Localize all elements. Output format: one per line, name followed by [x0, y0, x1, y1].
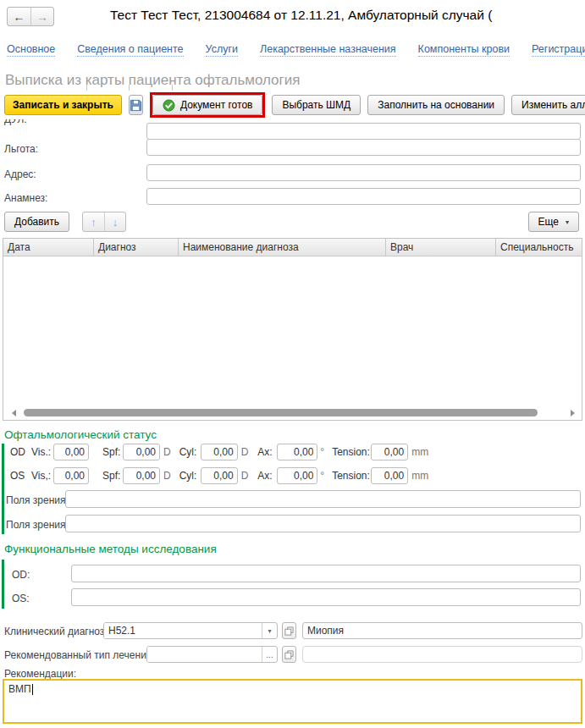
more-label: Еще	[538, 216, 559, 228]
column-diagnosis[interactable]: Диагноз	[94, 239, 179, 256]
od-eye-label: OD	[10, 446, 31, 458]
move-up-button[interactable]: ↑	[83, 212, 104, 231]
diopter-unit: D	[241, 446, 249, 458]
window-title: Тест Тест Тест, 213004684 от 12.11.21, А…	[110, 8, 585, 23]
horizontal-scrollbar[interactable]	[3, 406, 582, 420]
ax-label: Ax:	[257, 470, 277, 482]
address-field[interactable]	[146, 164, 581, 181]
os-tension-field[interactable]	[371, 467, 408, 484]
column-diagnosis-name[interactable]: Наименование диагноза	[179, 239, 386, 256]
document-ready-button[interactable]: Документ готов	[152, 95, 263, 115]
check-circle-icon	[163, 99, 175, 112]
open-form-icon	[284, 626, 294, 636]
open-diagnosis-button[interactable]	[282, 622, 296, 639]
clipped-field-edge	[129, 85, 130, 91]
chevron-down-icon: ▾	[566, 218, 569, 226]
treatment-name-field	[302, 646, 582, 663]
cyl-label: Cyl:	[179, 446, 201, 458]
vis-label: Vis,:	[31, 470, 53, 482]
move-down-button[interactable]: ↓	[104, 212, 125, 231]
ax-label: Ax:	[257, 446, 277, 458]
functional-os-label: OS:	[12, 593, 30, 604]
column-date[interactable]: Дата	[3, 239, 94, 256]
od-vis-field[interactable]	[53, 444, 89, 461]
dul-field[interactable]	[146, 123, 581, 140]
page-title: Выписка из карты пациента офтальмология	[5, 72, 300, 89]
od-cyl-field[interactable]	[201, 444, 238, 461]
column-doctor[interactable]: Врач	[386, 239, 496, 256]
od-ax-field[interactable]	[277, 444, 317, 461]
functional-os-field[interactable]	[71, 588, 581, 606]
recommendations-text: ВМП	[8, 683, 31, 695]
functional-od-field[interactable]	[71, 565, 581, 582]
nav-item-main[interactable]: Основное	[7, 43, 55, 57]
section-nav: Основное Сведения о пациенте Услуги Лека…	[7, 43, 585, 57]
diagnoses-toolbar: Добавить ↑ ↓ Еще ▾	[4, 212, 581, 232]
scroll-right-icon[interactable]	[571, 410, 575, 416]
diagnosis-name-field[interactable]	[302, 622, 582, 639]
recommendations-textarea[interactable]: ВМП	[3, 679, 582, 724]
address-label: Адрес:	[4, 168, 36, 180]
treatment-type-label: Рекомендованный тип лечения:	[4, 649, 155, 661]
functional-od-label: OD:	[12, 569, 30, 581]
dul-label: ДУЛ:	[4, 119, 27, 125]
benefit-field[interactable]	[146, 139, 581, 156]
move-buttons: ↑ ↓	[82, 212, 126, 232]
column-specialty[interactable]: Специальность	[496, 239, 582, 256]
os-eye-label: OS	[10, 470, 31, 482]
os-spf-field[interactable]	[123, 467, 160, 484]
tension-label: Tension:	[332, 470, 371, 482]
vision-field-os[interactable]	[65, 515, 581, 532]
nav-item-prescriptions[interactable]: Лекарственные назначения	[260, 43, 396, 57]
scrollbar-thumb[interactable]	[24, 409, 538, 416]
functional-methods-title: Функциональные методы исследования	[4, 543, 217, 555]
diopter-unit: D	[163, 470, 171, 482]
save-close-button[interactable]: Записать и закрыть	[4, 95, 122, 115]
forward-button[interactable]: →	[30, 8, 53, 25]
nav-item-services[interactable]: Услуги	[206, 43, 238, 57]
arrow-up-icon: ↑	[91, 216, 97, 229]
chevron-down-icon: ▾	[268, 627, 271, 635]
clinical-diagnosis-label: Клинический диагноз:	[4, 626, 108, 637]
diagnoses-table: Дата Диагноз Наименование диагноза Врач …	[3, 238, 582, 421]
back-button[interactable]: ←	[8, 8, 30, 25]
history-nav: ← →	[7, 7, 54, 26]
scroll-left-icon[interactable]	[12, 410, 16, 416]
fill-on-basis-button[interactable]: Заполнить на основании	[367, 95, 505, 115]
anamnesis-field[interactable]	[146, 188, 581, 205]
nav-item-registrations[interactable]: Регистрации	[532, 43, 585, 57]
table-body-empty[interactable]	[3, 256, 582, 407]
degree-unit: °	[320, 446, 324, 458]
add-button[interactable]: Добавить	[4, 212, 69, 232]
open-form-icon	[284, 650, 294, 659]
nav-item-blood-components[interactable]: Компоненты крови	[418, 43, 510, 57]
nav-item-patient-info[interactable]: Сведения о пациенте	[77, 43, 183, 57]
ellipsis-button[interactable]: ...	[262, 647, 277, 662]
toolbar: Записать и закрыть Документ готов Выбрат…	[4, 92, 585, 118]
os-ax-field[interactable]	[277, 467, 317, 484]
clipped-field-edge	[86, 85, 87, 91]
od-spf-field[interactable]	[123, 444, 160, 461]
os-vis-field[interactable]	[53, 467, 89, 484]
save-button[interactable]	[129, 95, 143, 115]
group-accent-bar	[2, 560, 4, 609]
clinical-diagnosis-input[interactable]	[104, 623, 262, 638]
change-allergo-button[interactable]: Изменить аллергоана	[511, 95, 585, 115]
os-cyl-field[interactable]	[201, 467, 238, 484]
dropdown-button[interactable]: ▾	[262, 623, 277, 638]
vision-field-od[interactable]	[65, 490, 581, 508]
od-tension-field[interactable]	[371, 444, 408, 461]
arrow-down-icon: ↓	[113, 216, 119, 229]
text-caret	[32, 684, 33, 695]
document-ready-label: Документ готов	[180, 99, 253, 111]
floppy-icon	[130, 99, 142, 112]
open-treatment-button[interactable]	[282, 646, 296, 663]
treatment-type-input[interactable]	[147, 647, 262, 662]
diopter-unit: D	[241, 470, 249, 482]
degree-unit: °	[320, 470, 324, 482]
vis-label: Vis.:	[31, 446, 53, 458]
select-shmd-button[interactable]: Выбрать ШМД	[272, 95, 361, 115]
more-button[interactable]: Еще ▾	[528, 212, 579, 232]
anamnesis-label: Анамнез:	[4, 192, 47, 204]
ophthalmic-status-title: Офтальмологический статус	[4, 428, 157, 441]
